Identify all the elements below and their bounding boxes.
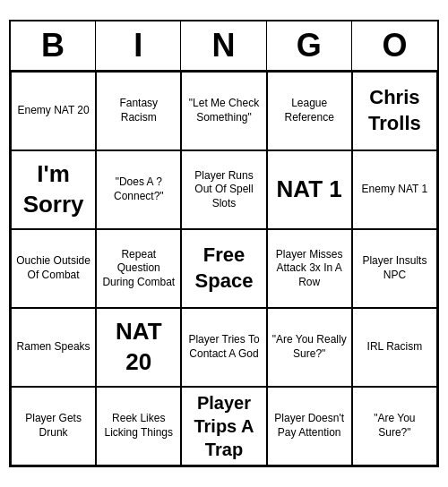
bingo-cell-0: Enemy NAT 20: [11, 72, 96, 150]
cell-text-17: Player Tries To Contact A God: [185, 333, 262, 361]
cell-text-20: Player Gets Drunk: [15, 412, 91, 440]
cell-text-16: NAT 20: [100, 317, 177, 378]
header-letter-b: B: [11, 21, 96, 70]
bingo-cell-10: Ouchie Outside Of Combat: [11, 229, 96, 308]
bingo-cell-18: "Are You Really Sure?": [267, 308, 352, 387]
bingo-cell-22: Player Trips A Trap: [181, 387, 266, 466]
cell-text-22: Player Trips A Trap: [185, 391, 262, 461]
cell-text-8: NAT 1: [277, 175, 342, 205]
cell-text-14: Player Insults NPC: [357, 254, 433, 282]
bingo-cell-21: Reek Likes Licking Things: [96, 387, 181, 466]
cell-text-18: "Are You Really Sure?": [271, 333, 348, 361]
header-letter-o: O: [352, 21, 437, 70]
cell-text-6: "Does A ? Connect?": [100, 175, 177, 203]
header-letter-i: I: [96, 21, 181, 70]
cell-text-10: Ouchie Outside Of Combat: [15, 254, 91, 282]
cell-text-23: Player Doesn't Pay Attention: [271, 412, 348, 440]
cell-text-1: Fantasy Racism: [100, 97, 177, 124]
bingo-cell-9: Enemy NAT 1: [352, 150, 437, 229]
bingo-cell-16: NAT 20: [96, 308, 181, 387]
bingo-cell-12: Free Space: [181, 229, 266, 308]
bingo-cell-17: Player Tries To Contact A God: [181, 308, 266, 387]
bingo-cell-11: Repeat Question During Combat: [96, 229, 181, 308]
bingo-cell-20: Player Gets Drunk: [11, 387, 96, 466]
header-letter-g: G: [267, 21, 352, 70]
bingo-cell-4: Chris Trolls: [352, 72, 437, 150]
bingo-cell-13: Player Misses Attack 3x In A Row: [267, 229, 352, 308]
cell-text-5: I'm Sorry: [15, 159, 91, 220]
bingo-cell-14: Player Insults NPC: [352, 229, 437, 308]
cell-text-19: IRL Racism: [367, 340, 423, 355]
cell-text-13: Player Misses Attack 3x In A Row: [271, 248, 348, 290]
bingo-cell-5: I'm Sorry: [11, 150, 96, 229]
cell-text-4: Chris Trolls: [357, 85, 433, 136]
bingo-cell-19: IRL Racism: [352, 308, 437, 387]
bingo-header: BINGO: [11, 21, 437, 72]
cell-text-21: Reek Likes Licking Things: [100, 412, 177, 440]
bingo-cell-8: NAT 1: [267, 150, 352, 229]
bingo-card: BINGO Enemy NAT 20Fantasy Racism"Let Me …: [9, 20, 439, 467]
bingo-cell-24: "Are You Sure?": [352, 387, 437, 466]
cell-text-7: Player Runs Out Of Spell Slots: [185, 169, 262, 211]
cell-text-3: League Reference: [271, 97, 348, 124]
bingo-cell-3: League Reference: [267, 72, 352, 150]
bingo-grid: Enemy NAT 20Fantasy Racism"Let Me Check …: [11, 72, 437, 466]
bingo-cell-2: "Let Me Check Something": [181, 72, 266, 150]
bingo-cell-23: Player Doesn't Pay Attention: [267, 387, 352, 466]
bingo-cell-1: Fantasy Racism: [96, 72, 181, 150]
bingo-cell-7: Player Runs Out Of Spell Slots: [181, 150, 266, 229]
cell-text-2: "Let Me Check Something": [185, 97, 262, 124]
cell-text-12: Free Space: [185, 243, 262, 294]
bingo-cell-15: Ramen Speaks: [11, 308, 96, 387]
bingo-cell-6: "Does A ? Connect?": [96, 150, 181, 229]
cell-text-9: Enemy NAT 1: [362, 183, 428, 197]
cell-text-11: Repeat Question During Combat: [100, 248, 177, 290]
cell-text-24: "Are You Sure?": [357, 412, 433, 440]
header-letter-n: N: [181, 21, 266, 70]
cell-text-15: Ramen Speaks: [17, 340, 90, 355]
cell-text-0: Enemy NAT 20: [17, 104, 89, 118]
